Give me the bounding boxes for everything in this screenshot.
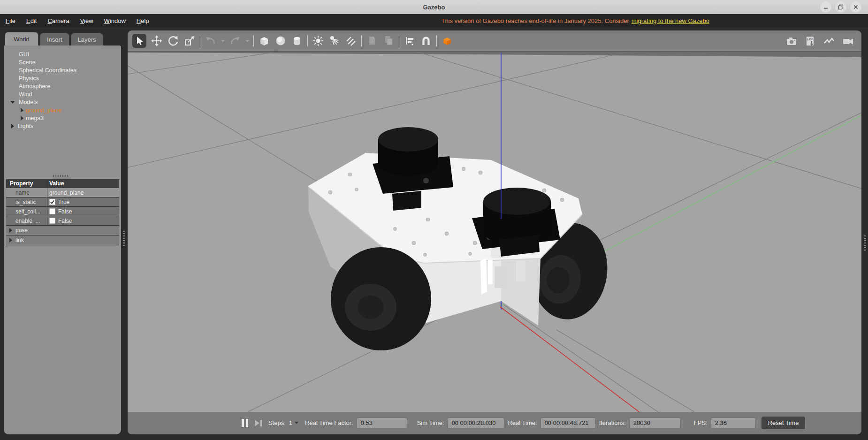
toolbar-separator (200, 35, 200, 46)
menu-camera[interactable]: Camera (47, 17, 69, 24)
minimize-button[interactable] (820, 1, 831, 13)
scale-icon (183, 35, 196, 47)
sphere-icon (274, 35, 287, 47)
steps-caret-icon[interactable] (295, 422, 298, 424)
tab-layers[interactable]: Layers (71, 33, 103, 46)
toolbar-separator (307, 35, 308, 46)
steps-value[interactable]: 1 (289, 419, 292, 426)
check-icon (50, 199, 55, 205)
iterations-label: Iterations: (599, 419, 626, 426)
checkbox-checked[interactable] (49, 199, 55, 205)
render-toolbar: LOG (128, 30, 861, 52)
magnet-icon (420, 35, 432, 47)
tree-item-atmosphere[interactable]: Atmosphere (4, 82, 121, 90)
property-table: Property Value name ground_plane is_stat… (6, 179, 119, 245)
collapse-arrow-icon[interactable] (11, 124, 14, 129)
redo-button[interactable] (229, 35, 241, 47)
directional-light-button[interactable] (345, 35, 357, 47)
eol-migrate-link[interactable]: migrating to the new Gazebo (632, 17, 709, 24)
screenshot-button[interactable] (785, 35, 798, 47)
snap-button[interactable] (420, 35, 432, 47)
insert-cylinder-button[interactable] (291, 35, 303, 47)
move-icon (151, 35, 163, 47)
tree-item-mega3[interactable]: mega3 (4, 114, 121, 122)
collapse-arrow-icon[interactable] (21, 108, 23, 113)
tree-item-spherical-coordinates[interactable]: Spherical Coordinates (4, 66, 121, 74)
align-button[interactable] (404, 35, 416, 47)
property-row-enable-wind: enable_... False (6, 216, 119, 225)
tree-item-ground-plane[interactable]: ground_plane (4, 106, 121, 114)
close-button[interactable] (850, 1, 861, 13)
rotate-icon (167, 35, 179, 47)
spot-light-button[interactable] (328, 35, 341, 47)
tree-item-lights[interactable]: Lights (4, 122, 121, 130)
tree-item-gui[interactable]: GUI (4, 50, 121, 58)
eol-warning-text: This version of Gazebo reaches end-of-li… (441, 17, 629, 24)
step-button[interactable] (255, 420, 262, 426)
rtf-label: Real Time Factor: (305, 419, 353, 426)
checkbox-unchecked[interactable] (49, 218, 55, 224)
toolbar-separator (399, 35, 399, 46)
window-edge-handle[interactable] (864, 235, 866, 250)
tab-world[interactable]: World (5, 32, 38, 46)
video-camera-icon (842, 35, 854, 47)
reset-time-button[interactable]: Reset Time (761, 417, 806, 429)
view-angle-button[interactable] (441, 35, 453, 47)
tree-item-wind[interactable]: Wind (4, 90, 121, 98)
property-row-self-collide: self_coll... False (6, 206, 119, 216)
fps-value-field: 2.36 (711, 417, 756, 428)
undo-history-caret-icon[interactable] (221, 40, 225, 42)
sun-icon (312, 35, 324, 47)
paste-button[interactable] (382, 35, 395, 47)
plot-button[interactable] (823, 35, 835, 47)
tab-insert[interactable]: Insert (40, 33, 69, 46)
directional-light-icon (345, 35, 357, 47)
collapse-arrow-icon[interactable] (9, 228, 12, 233)
render-viewport[interactable] (128, 52, 861, 412)
camera-icon (785, 35, 798, 47)
tree-item-physics[interactable]: Physics (4, 74, 121, 82)
insert-box-button[interactable] (258, 35, 270, 47)
fps-label: FPS: (694, 419, 708, 426)
scale-tool-button[interactable] (183, 35, 196, 47)
tree-item-scene[interactable]: Scene (4, 58, 121, 66)
property-group-pose[interactable]: pose (6, 225, 119, 235)
cylinder-icon (291, 35, 303, 47)
restore-button[interactable] (835, 1, 846, 13)
menu-edit[interactable]: Edit (26, 17, 37, 24)
menu-view[interactable]: View (80, 17, 93, 24)
undo-button[interactable] (205, 35, 217, 47)
tree-item-models[interactable]: Models (4, 98, 121, 106)
insert-sphere-button[interactable] (274, 35, 287, 47)
spot-light-icon (328, 35, 341, 47)
window-title: Gazebo (423, 4, 445, 11)
view-cube-icon (441, 35, 453, 47)
name-value[interactable]: ground_plane (47, 188, 119, 197)
point-light-button[interactable] (312, 35, 324, 47)
record-video-button[interactable] (842, 35, 854, 47)
toolbar-separator (361, 35, 362, 46)
menu-file[interactable]: File (6, 17, 15, 24)
rotate-tool-button[interactable] (167, 35, 179, 47)
pause-button[interactable] (242, 419, 248, 427)
collapse-arrow-icon[interactable] (9, 238, 12, 243)
status-bar: Steps: 1 Real Time Factor: 0.53 Sim Time… (128, 412, 861, 434)
rtf-value-field: 0.53 (357, 417, 407, 428)
property-group-link[interactable]: link (6, 235, 119, 245)
copy-button[interactable] (366, 35, 378, 47)
menu-window[interactable]: Window (104, 17, 126, 24)
copy-icon (366, 35, 378, 47)
data-logger-button[interactable]: LOG (804, 35, 816, 47)
collapse-arrow-icon[interactable] (21, 116, 23, 121)
pane-splitter-handle[interactable] (53, 175, 69, 177)
box-icon (258, 35, 270, 47)
expand-arrow-icon[interactable] (10, 101, 15, 104)
menu-help[interactable]: Help (137, 17, 149, 24)
sim-time-label: Sim Time: (417, 419, 444, 426)
translate-tool-button[interactable] (151, 35, 163, 47)
redo-arrow-icon (229, 35, 241, 47)
panel-splitter-handle[interactable] (123, 231, 125, 246)
select-tool-button[interactable] (132, 34, 146, 48)
checkbox-unchecked[interactable] (49, 208, 55, 214)
redo-history-caret-icon[interactable] (245, 40, 249, 42)
